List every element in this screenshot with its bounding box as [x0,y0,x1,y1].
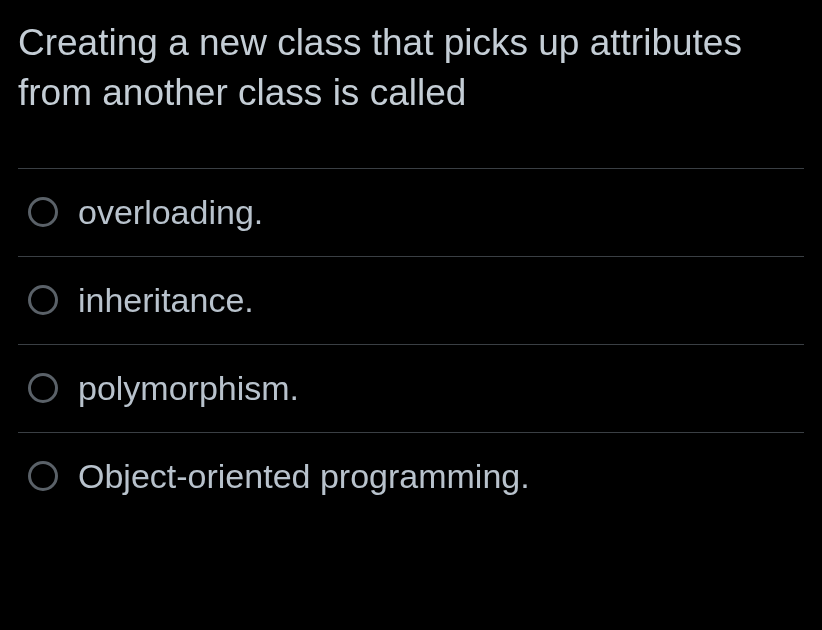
radio-icon [28,285,58,315]
question-text: Creating a new class that picks up attri… [18,18,804,118]
radio-icon [28,197,58,227]
option-label: overloading. [78,193,263,232]
radio-icon [28,461,58,491]
option-overloading[interactable]: overloading. [18,169,804,257]
option-inheritance[interactable]: inheritance. [18,257,804,345]
option-label: Object-oriented programming. [78,457,530,496]
radio-icon [28,373,58,403]
option-oop[interactable]: Object-oriented programming. [18,433,804,520]
option-label: inheritance. [78,281,254,320]
option-label: polymorphism. [78,369,299,408]
quiz-container: Creating a new class that picks up attri… [0,0,822,520]
options-list: overloading. inheritance. polymorphism. … [18,168,804,520]
option-polymorphism[interactable]: polymorphism. [18,345,804,433]
